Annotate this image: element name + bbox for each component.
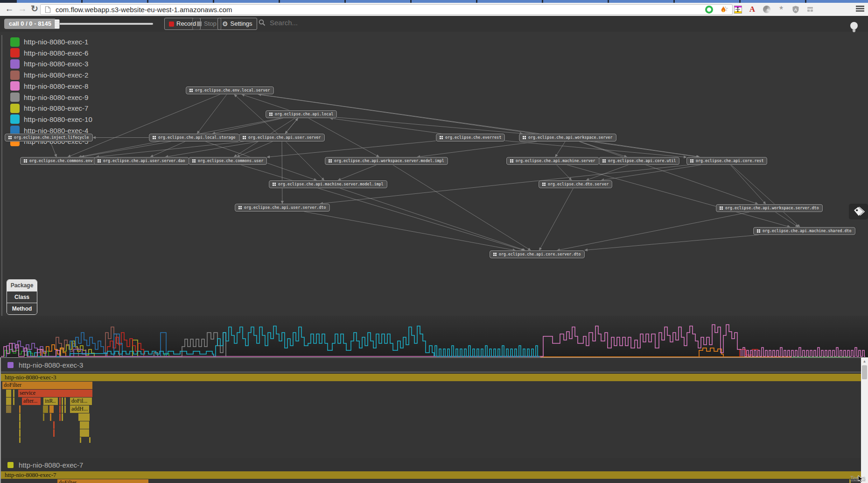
thread-section-name: http-nio-8080-exec-7 (19, 461, 83, 469)
call-frame-doFil[interactable]: doFil... (70, 398, 92, 405)
scrollbar-thumb[interactable] (862, 365, 867, 379)
thread-section-header[interactable]: http-nio-8080-exec-3 (1, 358, 861, 372)
dependency-edge (212, 118, 283, 134)
package-grid-icon (238, 206, 240, 207)
package-grid-icon (720, 206, 721, 208)
call-frame[interactable] (19, 413, 21, 421)
package-grid-icon (690, 159, 692, 161)
call-frame[interactable] (43, 413, 44, 421)
package-node[interactable]: org.eclipse.che.commons.env (20, 157, 96, 165)
package-node[interactable]: org.eclipse.che.api.local.storage (149, 134, 239, 142)
dependency-edge (81, 142, 171, 157)
dependency-edge (557, 212, 749, 250)
call-frame[interactable] (62, 405, 63, 413)
view-button-package[interactable]: Package (7, 280, 37, 291)
package-node[interactable]: org.eclipse.che.inject.lifecycle (5, 134, 93, 142)
package-node-label: org.eclipse.che.api.core.rest (696, 159, 763, 163)
call-frame[interactable] (50, 413, 51, 421)
call-frame[interactable] (89, 437, 91, 443)
package-grid-icon (602, 159, 604, 161)
call-frame[interactable] (64, 405, 66, 413)
call-frame[interactable] (13, 398, 14, 405)
call-frame[interactable] (6, 405, 11, 413)
call-frame-doFilter[interactable]: doFilter (2, 382, 92, 389)
call-frame[interactable] (59, 398, 61, 405)
call-frame[interactable] (43, 405, 48, 413)
package-grid-icon (329, 159, 330, 161)
package-grid-icon (192, 159, 194, 161)
package-grid-icon (510, 159, 511, 161)
package-grid-icon (757, 229, 758, 231)
dependency-edge (258, 94, 699, 157)
thread-section-header[interactable]: http-nio-8080-exec-7 (1, 458, 861, 472)
vertical-scrollbar[interactable]: ▲ (861, 357, 868, 483)
package-node[interactable]: org.eclipse.che.api.machine.server (506, 157, 599, 165)
call-frame-addH[interactable]: addH... (70, 405, 89, 413)
call-frame[interactable] (6, 398, 11, 405)
package-node[interactable]: org.eclipse.che.api.core.server.dto (490, 250, 585, 258)
package-grid-icon (440, 136, 441, 137)
call-frame[interactable] (64, 398, 66, 405)
dependency-edge (338, 165, 377, 180)
package-node[interactable]: org.eclipse.che.env.local.server (186, 86, 274, 94)
package-node[interactable]: org.eclipse.che.api.local (266, 110, 337, 118)
package-node[interactable]: org.eclipse.che.api.core.rest (686, 157, 767, 165)
call-frame[interactable] (19, 437, 21, 443)
package-node[interactable]: org.eclipse.che.everrest (436, 134, 505, 142)
package-node-label: org.eclipse.che.api.machine.shared.dto (763, 229, 852, 233)
scrollbar-up-arrow[interactable]: ▲ (861, 358, 868, 364)
call-frame[interactable] (19, 421, 21, 429)
call-frame[interactable] (53, 429, 55, 437)
call-frame[interactable] (19, 429, 21, 437)
package-node[interactable]: org.eclipse.che.api.core.util (599, 157, 679, 165)
package-node[interactable]: org.eclipse.che.api.workspace.server.mod… (325, 157, 448, 165)
dependency-edge (68, 94, 220, 157)
package-node-label: org.eclipse.che.api.user.server (248, 135, 321, 140)
package-node-label: org.eclipse.che.inject.lifecycle (14, 135, 89, 140)
dependency-edge (393, 165, 531, 250)
thread-root-frame[interactable]: http-nio-8080-exec-7 (1, 471, 861, 479)
call-frame[interactable] (62, 413, 63, 421)
call-frame[interactable] (19, 405, 21, 413)
call-frame[interactable] (53, 421, 55, 429)
call-frame[interactable] (49, 405, 54, 413)
call-frame[interactable] (62, 398, 63, 405)
package-node[interactable]: org.eclipse.che.commons.user (189, 157, 267, 165)
package-node-label: org.eclipse.che.api.core.server.dto (499, 252, 581, 256)
call-frame[interactable] (59, 413, 61, 421)
call-frame[interactable] (80, 437, 81, 443)
package-node[interactable]: org.eclipse.che.api.user.server.dao (94, 157, 189, 165)
call-frame[interactable] (59, 405, 61, 413)
package-node-label: org.eclipse.che.api.workspace.server.dto (725, 206, 819, 210)
call-frame-doFilter[interactable]: doFilter (57, 479, 148, 483)
package-node-label: org.eclipse.che.api.machine.server.model… (278, 182, 384, 186)
package-node[interactable]: org.eclipse.che.dto.server (539, 180, 612, 188)
call-frame[interactable] (80, 421, 89, 429)
thread-root-frame[interactable]: http-nio-8080-exec-3 (1, 374, 861, 381)
call-frame[interactable] (6, 390, 11, 397)
view-button-method[interactable]: Method (7, 303, 37, 314)
call-frame[interactable] (80, 429, 89, 437)
call-frame[interactable] (13, 390, 14, 397)
thread-activity-timeline[interactable] (0, 316, 868, 357)
call-frame[interactable] (78, 413, 90, 421)
call-frame-inR[interactable]: inR.. (43, 398, 58, 405)
view-button-class[interactable]: Class (7, 291, 37, 303)
dependency-edge (337, 117, 522, 134)
package-node[interactable]: org.eclipse.che.api.workspace.server.dto (716, 204, 823, 212)
package-grid-icon (243, 136, 244, 137)
call-frame-service[interactable]: service (18, 390, 92, 397)
package-node[interactable]: org.eclipse.che.api.machine.server.model… (269, 180, 387, 188)
package-grid-icon (8, 136, 10, 137)
call-tree-panel: http-nio-8080-exec-3http-nio-8080-exec-3… (0, 357, 868, 483)
package-grid-icon (153, 136, 154, 137)
tag-icon (853, 206, 865, 217)
timeline-ticks (435, 346, 539, 356)
tag-button[interactable] (849, 204, 868, 220)
package-node[interactable]: org.eclipse.che.api.machine.shared.dto (753, 227, 855, 235)
call-frame-after[interactable]: after... (22, 398, 41, 405)
thread-section-name: http-nio-8080-exec-3 (19, 361, 83, 369)
package-node[interactable]: org.eclipse.che.api.user.server.dto (235, 204, 330, 212)
package-node[interactable]: org.eclipse.che.api.workspace.server (519, 134, 616, 142)
package-node[interactable]: org.eclipse.che.api.user.server (239, 134, 325, 142)
